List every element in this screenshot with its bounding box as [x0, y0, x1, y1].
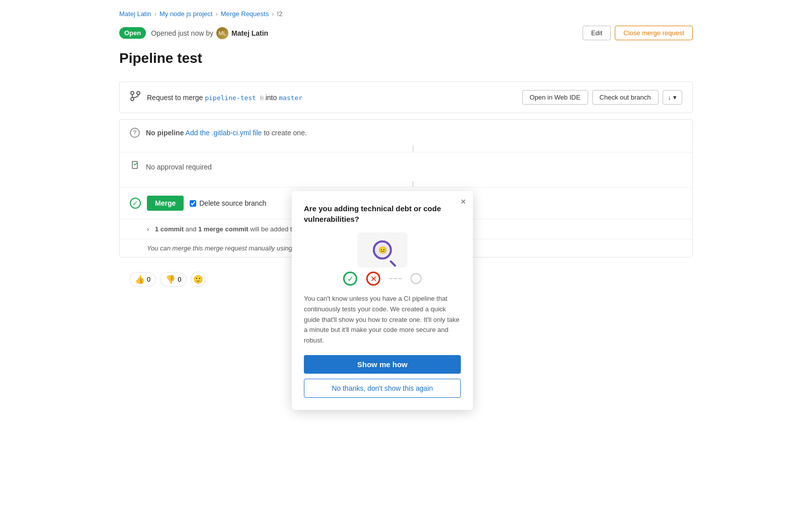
check-out-branch-button[interactable]: Check out branch: [592, 90, 659, 105]
popup: × Are you adding technical debt or code …: [292, 191, 473, 305]
illustration-dots: ✓ ✕: [343, 272, 422, 286]
dash-3: [398, 278, 401, 279]
branch-actions: Open in Web IDE Check out branch ↓ ▾: [522, 90, 682, 105]
thumbs-up-button[interactable]: 👍 0: [129, 272, 156, 287]
status-badge: Open: [119, 27, 146, 39]
into-text: into: [266, 94, 277, 102]
popup-close-button[interactable]: ×: [460, 197, 466, 206]
open-web-ide-button[interactable]: Open in Web IDE: [522, 90, 588, 105]
empty-dot: [411, 273, 422, 284]
breadcrumb-sep-2: ›: [215, 10, 217, 18]
connector-1: [134, 146, 692, 152]
thumbs-up-count: 0: [147, 276, 150, 283]
pipeline-row: ? No pipeline Add the .gitlab-ci.yml fil…: [120, 120, 692, 146]
delete-branch-label[interactable]: Delete source branch: [190, 199, 266, 207]
source-branch-link[interactable]: pipeline-test: [205, 94, 256, 102]
page-title: Pipeline test: [119, 50, 693, 66]
edit-button[interactable]: Edit: [583, 26, 611, 40]
failure-dot: ✕: [366, 272, 380, 286]
pipeline-text: No pipeline Add the .gitlab-ci.yml file …: [146, 129, 307, 137]
connector-line-1: [413, 146, 414, 152]
header-left: Open Opened just now by ML Matej Latin: [119, 27, 268, 39]
dropdown-arrow-icon: ▾: [673, 94, 677, 101]
merge-branch-card: Request to merge pipeline-test ⎘ into ma…: [119, 81, 693, 113]
author-name: Matej Latin: [231, 29, 268, 37]
branch-text: Request to merge pipeline-test ⎘ into ma…: [147, 94, 302, 102]
manual-merge-text: You can merge this merge request manuall…: [147, 244, 305, 252]
commit-count: 1 commit: [155, 225, 184, 233]
add-reaction-button[interactable]: 🙂: [191, 272, 206, 287]
connector-2: [134, 181, 692, 187]
merge-ready-icon: ✓: [130, 198, 141, 209]
magnifier-face: 😐: [378, 246, 387, 254]
thumbs-down-count: 0: [178, 276, 181, 283]
merge-branch-left: Request to merge pipeline-test ⎘ into ma…: [130, 91, 302, 104]
breadcrumb-sep-1: ›: [154, 10, 156, 18]
header-row: Open Opened just now by ML Matej Latin E…: [119, 26, 693, 40]
download-icon: ↓: [668, 94, 672, 101]
copy-branch-icon[interactable]: ⎘: [260, 95, 264, 102]
popup-body-text: You can't know unless you have a CI pipe…: [304, 294, 461, 305]
commit-chevron[interactable]: ›: [147, 225, 149, 233]
request-to-merge-label: Request to merge: [147, 94, 203, 102]
opened-text: Opened just now by: [151, 29, 213, 37]
breadcrumb: Matej Latin › My node js project › Merge…: [119, 10, 693, 18]
breadcrumb-item-user[interactable]: Matej Latin: [119, 10, 151, 18]
magnifier-circle: 😐: [373, 240, 392, 260]
thumbs-up-emoji: 👍: [135, 275, 145, 284]
merge-branch-row: Request to merge pipeline-test ⎘ into ma…: [120, 82, 692, 113]
target-branch-link[interactable]: master: [279, 94, 302, 102]
magnifier-icon: 😐: [373, 240, 392, 260]
approval-row: No approval required: [120, 152, 692, 181]
popup-title: Are you adding technical debt or code vu…: [304, 203, 461, 224]
delete-branch-checkbox[interactable]: [190, 200, 196, 207]
header-actions: Edit Close merge request: [583, 26, 693, 40]
delete-branch-text: Delete source branch: [199, 199, 266, 207]
header-meta: Opened just now by ML Matej Latin: [151, 27, 268, 39]
svg-point-0: [131, 92, 134, 95]
merge-icon: [130, 91, 141, 104]
pipeline-question-icon: ?: [130, 128, 140, 138]
svg-point-1: [137, 92, 140, 95]
pipeline-suffix: to create one.: [264, 129, 307, 137]
avatar: ML: [216, 27, 228, 39]
close-mr-button[interactable]: Close merge request: [615, 26, 693, 40]
breadcrumb-item-number: !2: [277, 10, 283, 18]
popup-illustration: 😐 ✓ ✕: [304, 232, 461, 286]
breadcrumb-item-project[interactable]: My node js project: [159, 10, 213, 18]
add-gitlab-ci-link[interactable]: Add the .gitlab-ci.yml file: [186, 129, 262, 137]
approval-icon: [130, 160, 140, 173]
no-pipeline-label: No pipeline: [146, 129, 184, 137]
thumbs-down-emoji: 👎: [166, 275, 176, 284]
download-button[interactable]: ↓ ▾: [663, 90, 683, 105]
smiley-icon: 🙂: [193, 275, 203, 284]
magnifier-handle: [389, 260, 396, 267]
breadcrumb-item-mr[interactable]: Merge Requests: [221, 10, 269, 18]
dash-1: [389, 278, 392, 279]
approval-text: No approval required: [146, 163, 212, 171]
success-dot: ✓: [343, 272, 357, 286]
popup-container: × Are you adding technical debt or code …: [292, 191, 473, 305]
merge-commit-count: 1 merge commit: [198, 225, 249, 233]
dot-line: [389, 278, 401, 279]
breadcrumb-sep-3: ›: [272, 10, 274, 18]
thumbs-down-button[interactable]: 👎 0: [160, 272, 187, 287]
connector-line-2: [413, 181, 414, 187]
merge-button[interactable]: Merge: [147, 196, 184, 211]
illustration-magnifier-box: 😐: [357, 232, 408, 268]
dash-2: [394, 278, 397, 279]
